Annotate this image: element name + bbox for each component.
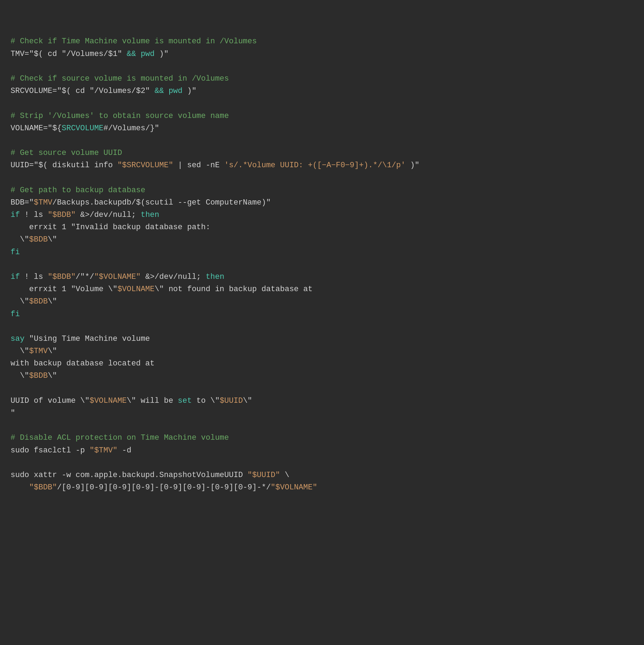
code-line: [11, 457, 633, 469]
code-line: # Strip '/Volumes' to obtain source volu…: [11, 110, 633, 122]
plain-token: \": [11, 297, 29, 306]
plain-token: \": [48, 347, 57, 356]
code-editor: # Check if Time Machine volume is mounte…: [11, 11, 633, 494]
plain-token: \": [11, 371, 29, 380]
string-token: 's/.*Volume UUID: +([−A−F0−9]+).*/\1/p': [224, 161, 405, 170]
plain-token: )": [154, 50, 169, 58]
plain-token: TMV="$( cd "/Volumes/$1": [11, 50, 127, 58]
plain-token: UUID of volume \": [11, 396, 89, 405]
string-token: $UUID: [220, 396, 243, 405]
code-line: fi: [11, 246, 633, 258]
plain-token: VOLNAME="${: [11, 124, 62, 133]
plain-token: \": [243, 396, 252, 405]
plain-token: \": [48, 235, 57, 244]
keyword-token: then: [141, 211, 159, 219]
plain-token: )": [405, 161, 419, 170]
code-line: \"$BDB\": [11, 233, 633, 246]
keyword-token: if: [11, 273, 20, 281]
code-line: ": [11, 407, 633, 419]
string-token: $BDB: [29, 235, 48, 244]
string-token: $BDB: [29, 297, 48, 306]
plain-token: /"*/: [76, 273, 94, 281]
code-line: # Check if Time Machine volume is mounte…: [11, 35, 633, 48]
plain-token: UUID="$( diskutil info: [11, 161, 118, 170]
string-token: "$VOLNAME": [94, 273, 141, 281]
plain-token: BDB=": [11, 198, 34, 207]
keyword-token: &&: [154, 87, 164, 95]
keyword-token: &&: [127, 50, 136, 58]
code-line: \"$BDB\": [11, 370, 633, 382]
code-line: if ! ls "$BDB" &>/dev/null; then: [11, 209, 633, 221]
string-token: $TMV: [34, 198, 52, 207]
plain-token: [11, 483, 29, 492]
plain-token: errxit 1 "Invalid backup database path:: [11, 223, 210, 232]
comment-token: # Get path to backup database: [11, 186, 145, 195]
code-line: # Check if source volume is mounted in /…: [11, 73, 633, 85]
code-line: [11, 382, 633, 395]
keyword-token: say: [11, 334, 25, 343]
plain-token: /[0-9][0-9][0-9][0-9]-[0-9][0-9]-[0-9][0…: [57, 483, 271, 492]
plain-token: -d: [118, 446, 132, 455]
code-line: [11, 419, 633, 432]
variable-token: SRCVOLUME: [62, 124, 103, 133]
code-line: say "Using Time Machine volume: [11, 333, 633, 345]
plain-token: errxit 1 "Volume \": [11, 285, 118, 294]
code-line: sudo xattr -w com.apple.backupd.Snapshot…: [11, 469, 633, 481]
code-line: \"$BDB\": [11, 295, 633, 308]
keyword-token: set: [178, 396, 192, 405]
plain-token: \": [48, 297, 57, 306]
plain-token: \": [48, 371, 57, 380]
plain-token: ": [11, 409, 15, 418]
keyword-token: if: [11, 211, 20, 219]
code-line: # Get source volume UUID: [11, 147, 633, 159]
code-line: errxit 1 "Invalid backup database path:: [11, 221, 633, 233]
code-line: with backup database located at: [11, 357, 633, 370]
code-line: errxit 1 "Volume \"$VOLNAME\" not found …: [11, 283, 633, 295]
code-line: UUID of volume \"$VOLNAME\" will be set …: [11, 395, 633, 407]
plain-token: to \": [192, 396, 220, 405]
plain-token: ! ls: [20, 273, 48, 281]
code-line: SRCVOLUME="$( cd "/Volumes/$2" && pwd )": [11, 85, 633, 97]
code-line: [11, 171, 633, 184]
plain-token: ! ls: [20, 211, 48, 219]
code-line: [11, 60, 633, 73]
string-token: $VOLNAME: [118, 285, 155, 294]
comment-token: # Disable ACL protection on Time Machine…: [11, 433, 229, 442]
string-token: "$BDB": [48, 211, 76, 219]
keyword-token: pwd: [141, 50, 155, 58]
plain-token: \": [11, 347, 29, 356]
comment-token: # Get source volume UUID: [11, 149, 122, 157]
comment-token: # Strip '/Volumes' to obtain source volu…: [11, 112, 229, 120]
code-line: \"$TMV\": [11, 345, 633, 357]
string-token: "$VOLNAME": [271, 483, 317, 492]
string-token: "$SRCVOLUME": [118, 161, 173, 170]
code-line: sudo fsaclctl -p "$TMV" -d: [11, 444, 633, 457]
plain-token: with backup database located at: [11, 359, 154, 368]
code-line: [11, 258, 633, 271]
code-line: [11, 134, 633, 147]
code-line: [11, 320, 633, 333]
plain-token: \" will be: [127, 396, 178, 405]
code-line: if ! ls "$BDB"/"*/"$VOLNAME" &>/dev/null…: [11, 271, 633, 283]
plain-token: \: [280, 471, 289, 480]
code-line: VOLNAME="${SRCVOLUME#/Volumes/}": [11, 122, 633, 134]
plain-token: \" not found in backup database at: [154, 285, 312, 294]
keyword-token: fi: [11, 310, 20, 319]
plain-token: [164, 87, 169, 95]
string-token: $VOLNAME: [89, 396, 127, 405]
comment-token: # Check if Time Machine volume is mounte…: [11, 37, 257, 46]
string-token: "$BDB": [48, 273, 76, 281]
string-token: "$TMV": [89, 446, 117, 455]
code-line: TMV="$( cd "/Volumes/$1" && pwd )": [11, 48, 633, 60]
plain-token: [136, 50, 140, 58]
keyword-token: then: [206, 273, 225, 281]
string-token: "$UUID": [247, 471, 280, 480]
code-line: # Disable ACL protection on Time Machine…: [11, 432, 633, 444]
string-token: "$BDB": [29, 483, 57, 492]
code-line: UUID="$( diskutil info "$SRCVOLUME" | se…: [11, 159, 633, 171]
plain-token: sudo xattr -w com.apple.backupd.Snapshot…: [11, 471, 247, 480]
keyword-token: pwd: [169, 87, 183, 95]
code-line: # Get path to backup database: [11, 184, 633, 196]
comment-token: # Check if source volume is mounted in /…: [11, 74, 229, 83]
keyword-token: fi: [11, 248, 20, 257]
